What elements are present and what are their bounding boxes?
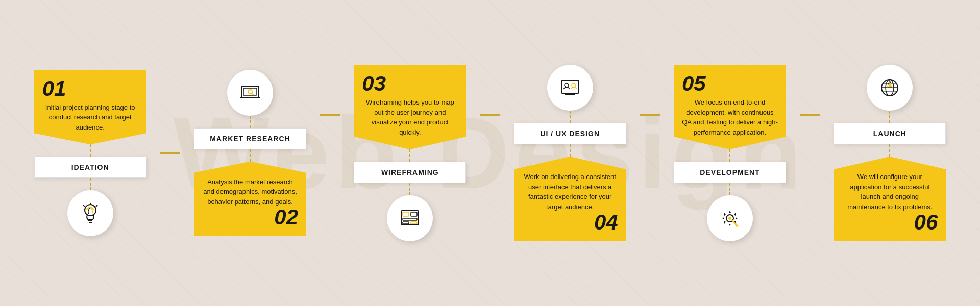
- label-box-3: WIREFRAMING: [354, 162, 466, 183]
- label-box-5: DEVELOPMENT: [674, 162, 786, 183]
- connector-3-4: [480, 114, 500, 116]
- step-number-3: 03: [362, 73, 386, 94]
- step-col-1: 01 Initial project planning stage to con…: [20, 70, 160, 237]
- svg-rect-14: [411, 212, 417, 216]
- svg-rect-13: [403, 212, 409, 216]
- step-number-2: 02: [274, 207, 298, 228]
- lightbulb-icon: [78, 200, 103, 226]
- connector-5-6: [800, 114, 820, 116]
- process-flow: 01 Initial project planning stage to con…: [0, 65, 980, 241]
- label-box-1: IDEATION: [34, 157, 146, 178]
- label-box-6: LAUNCH: [834, 123, 946, 144]
- v-connector-1b: [90, 178, 91, 190]
- v-connector-4b: [570, 144, 571, 157]
- info-text-2: Analysis the market research and demogra…: [202, 177, 298, 207]
- info-box-4: Work on delivering a consistent user int…: [514, 157, 626, 241]
- svg-rect-12: [401, 211, 419, 225]
- laptop-search-icon: [237, 80, 263, 106]
- icon-circle-3: [387, 195, 433, 241]
- v-connector-1a: [90, 144, 91, 157]
- main-container: 01 Initial project planning stage to con…: [0, 0, 980, 306]
- step-number-4: 04: [594, 212, 618, 233]
- connector-2-3: [320, 114, 340, 116]
- info-box-5: 05 We focus on end-to-end development, w…: [674, 65, 786, 149]
- svg-point-19: [565, 83, 569, 87]
- svg-line-11: [252, 93, 253, 95]
- info-text-5: We focus on end-to-end development, with…: [682, 97, 778, 137]
- icon-circle-5: [707, 195, 753, 241]
- connector-4-5: [640, 114, 660, 116]
- icon-circle-2: [227, 70, 273, 116]
- v-connector-5a: [729, 149, 730, 162]
- v-connector-6a: [889, 111, 890, 123]
- step-number-6: 06: [914, 212, 938, 233]
- svg-line-6: [96, 205, 97, 207]
- label-box-4: UI / UX DESIGN: [514, 123, 626, 144]
- icon-circle-1: [67, 190, 113, 236]
- info-box-6: We will configure your application for a…: [834, 157, 946, 241]
- rocket-icon: [877, 75, 902, 100]
- ux-design-icon: [557, 75, 583, 100]
- label-box-2: MARKET RESEARCH: [194, 128, 306, 149]
- svg-rect-17: [411, 222, 417, 224]
- gear-code-icon: [717, 206, 743, 231]
- icon-circle-4: [547, 65, 593, 111]
- v-connector-5b: [729, 183, 730, 195]
- info-box-3: 03 Wireframing helps you to map out the …: [354, 65, 466, 149]
- svg-rect-16: [403, 222, 409, 224]
- svg-line-5: [83, 205, 85, 207]
- v-connector-3a: [409, 149, 410, 162]
- info-box-1: 01 Initial project planning stage to con…: [34, 70, 146, 145]
- step-col-2: MARKET RESEARCH Analysis the market rese…: [180, 70, 320, 237]
- svg-rect-18: [561, 80, 579, 93]
- info-text-4: Work on delivering a consistent user int…: [522, 172, 618, 212]
- step-number-1: 01: [42, 78, 66, 99]
- step-col-6: LAUNCH We will configure your applicatio…: [820, 65, 960, 241]
- info-text-1: Initial project planning stage to conduc…: [42, 103, 138, 133]
- icon-circle-6: [867, 65, 913, 111]
- info-box-2: Analysis the market research and demogra…: [194, 162, 306, 237]
- v-connector-2b: [250, 149, 251, 162]
- info-text-3: Wireframing helps you to map out the use…: [362, 97, 458, 137]
- svg-rect-32: [889, 84, 891, 87]
- v-connector-4a: [570, 111, 571, 123]
- v-connector-6b: [889, 144, 890, 157]
- step-col-4: UI / UX DESIGN Work on delivering a cons…: [500, 65, 640, 241]
- info-text-6: We will configure your application for a…: [842, 172, 938, 212]
- svg-point-20: [572, 83, 576, 87]
- v-connector-2a: [250, 116, 251, 128]
- connector-1-2: [160, 152, 180, 154]
- wireframe-icon: [397, 206, 423, 231]
- step-number-5: 05: [682, 73, 706, 94]
- svg-rect-15: [403, 218, 417, 220]
- step-col-3: 03 Wireframing helps you to map out the …: [340, 65, 480, 241]
- svg-point-24: [728, 217, 731, 220]
- v-connector-3b: [409, 183, 410, 195]
- step-col-5: 05 We focus on end-to-end development, w…: [660, 65, 799, 241]
